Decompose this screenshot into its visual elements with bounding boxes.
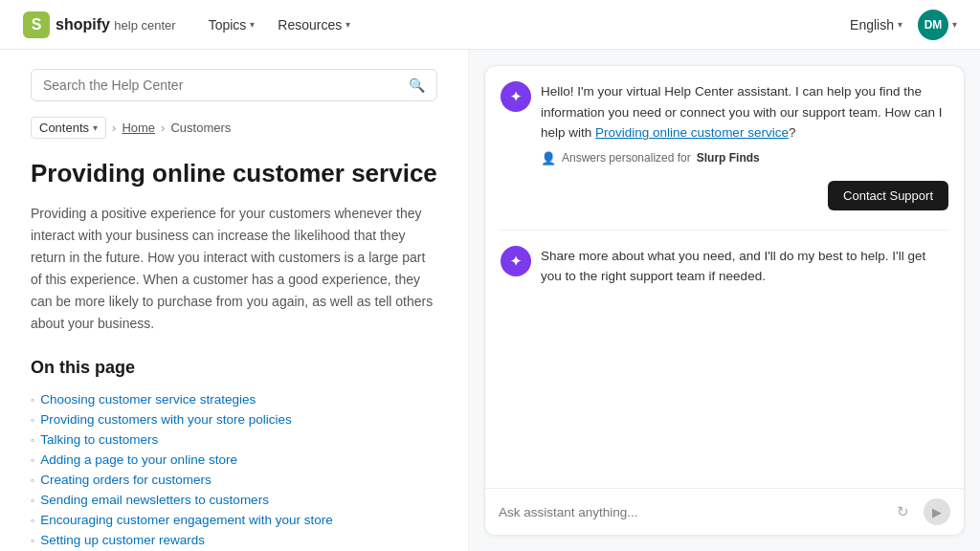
nav-topics[interactable]: Topics ▾ <box>199 11 265 38</box>
toc-link[interactable]: Creating orders for customers <box>40 473 212 487</box>
refresh-button[interactable]: ↻ <box>889 498 916 525</box>
toc-link[interactable]: Sending email newsletters to customers <box>40 493 269 507</box>
chat-message-1: ✦ Hello! I'm your virtual Help Center as… <box>501 81 948 165</box>
breadcrumb-current: Customers <box>170 121 231 135</box>
toc-item: Adding a page to your online store <box>31 450 437 470</box>
header-left: S shopify help center Topics ▾ Resources… <box>23 11 360 38</box>
breadcrumb: Contents ▾ › Home › Customers <box>31 117 437 139</box>
message-link-1[interactable]: Providing online customer service <box>595 125 789 140</box>
lang-chevron-icon: ▾ <box>898 19 902 30</box>
toc-link[interactable]: Choosing customer service strategies <box>40 392 256 407</box>
contents-chevron-icon: ▾ <box>93 122 98 133</box>
right-panel: ✦ Hello! I'm your virtual Help Center as… <box>469 50 980 551</box>
main-nav: Topics ▾ Resources ▾ <box>199 11 361 38</box>
personalized-note: 👤 Answers personalized for Slurp Finds <box>541 151 948 165</box>
chat-messages: ✦ Hello! I'm your virtual Help Center as… <box>485 66 964 488</box>
user-menu[interactable]: DM ▾ <box>918 10 957 40</box>
chat-message-2: ✦ Share more about what you need, and I'… <box>501 246 948 287</box>
chat-input[interactable] <box>499 505 881 519</box>
contact-support-button[interactable]: Contact Support <box>828 181 948 210</box>
toc-item: Sending email newsletters to customers <box>31 490 437 510</box>
nav-resources[interactable]: Resources ▾ <box>268 11 360 38</box>
toc-item: Choosing customer service strategies <box>31 389 437 409</box>
toc-link[interactable]: Providing customers with your store poli… <box>40 412 292 427</box>
toc-link[interactable]: Setting up customer rewards <box>40 533 205 547</box>
chat-container: ✦ Hello! I'm your virtual Help Center as… <box>484 65 965 536</box>
message-bubble-1: Hello! I'm your virtual Help Center assi… <box>541 81 948 165</box>
toc-link[interactable]: Encouraging customer engagement with you… <box>40 513 332 527</box>
search-icon: 🔍 <box>409 77 425 93</box>
on-this-page-heading: On this page <box>31 358 437 378</box>
message-text-2: Share more about what you need, and I'll… <box>541 246 948 287</box>
header: S shopify help center Topics ▾ Resources… <box>0 0 980 50</box>
avatar: DM <box>918 10 948 40</box>
resources-chevron-icon: ▾ <box>345 19 350 30</box>
toc-item: Providing customers with your store poli… <box>31 409 437 430</box>
header-right: English ▾ DM ▾ <box>842 10 957 40</box>
personalized-brand: Slurp Finds <box>697 151 760 165</box>
toc-list: Choosing customer service strategiesProv… <box>31 389 437 551</box>
avatar-chevron-icon: ▾ <box>952 19 957 30</box>
search-bar[interactable]: 🔍 <box>31 69 437 101</box>
logo-text: shopify help center <box>56 16 176 33</box>
message-bubble-2: Share more about what you need, and I'll… <box>541 246 948 287</box>
bot-avatar-1: ✦ <box>501 81 531 112</box>
message-text-1: Hello! I'm your virtual Help Center assi… <box>541 81 948 143</box>
send-button[interactable]: ▶ <box>924 498 950 525</box>
breadcrumb-contents-button[interactable]: Contents ▾ <box>31 117 106 139</box>
personalized-icon: 👤 <box>541 151 556 165</box>
bot-avatar-2: ✦ <box>501 246 531 276</box>
toc-link[interactable]: Adding a page to your online store <box>40 452 237 467</box>
contact-support-row: Contact Support <box>501 181 948 210</box>
toc-link[interactable]: Talking to customers <box>40 432 158 447</box>
left-panel: 🔍 Contents ▾ › Home › Customers Providin… <box>0 50 469 551</box>
toc-item: Setting up customer rewards <box>31 530 437 550</box>
chat-divider <box>501 230 948 231</box>
refresh-icon: ↻ <box>897 503 909 520</box>
topics-chevron-icon: ▾ <box>250 19 255 30</box>
toc-item: Creating orders for customers <box>31 470 437 490</box>
language-selector[interactable]: English ▾ <box>842 13 910 36</box>
article-intro: Providing a positive experience for your… <box>31 203 437 336</box>
breadcrumb-separator-2: › <box>161 121 165 135</box>
breadcrumb-separator: › <box>112 121 116 135</box>
search-input[interactable] <box>43 77 401 93</box>
shopify-logo-icon: S <box>23 11 50 38</box>
send-icon: ▶ <box>932 505 942 519</box>
toc-item: Talking to customers <box>31 430 437 450</box>
chat-input-area: ↻ ▶ <box>485 488 964 535</box>
article-title: Providing online customer service <box>31 158 437 189</box>
main-layout: 🔍 Contents ▾ › Home › Customers Providin… <box>0 50 980 551</box>
logo[interactable]: S shopify help center <box>23 11 176 38</box>
breadcrumb-home[interactable]: Home <box>122 121 155 135</box>
chat-input-actions: ↻ ▶ <box>889 498 950 525</box>
toc-item: Encouraging customer engagement with you… <box>31 510 437 530</box>
